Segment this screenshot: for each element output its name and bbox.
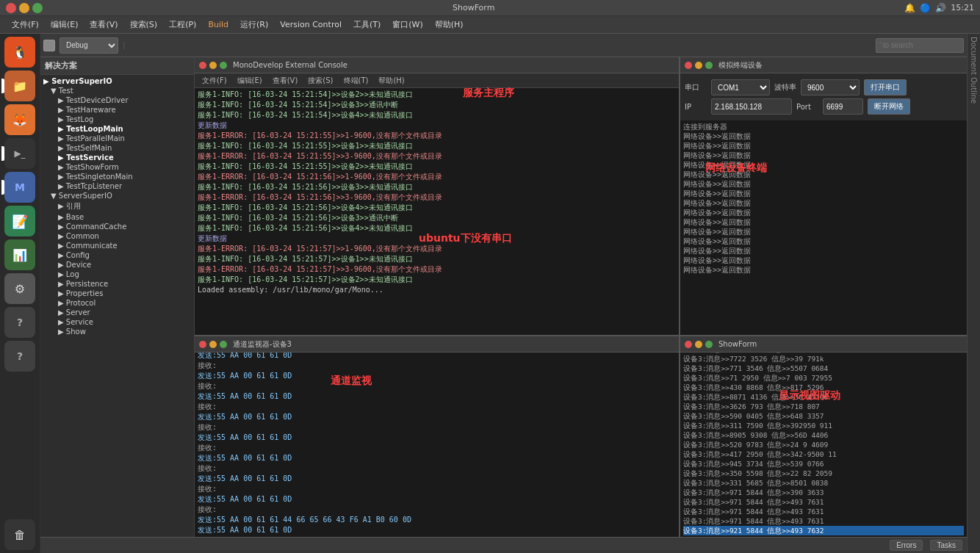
calc-icon[interactable]: 📊	[4, 239, 35, 270]
tree-item[interactable]: ▶ Common	[40, 231, 194, 241]
panel-min[interactable]	[209, 62, 217, 69]
tree-item[interactable]: ▶ TestService	[40, 153, 194, 162]
mono-menu-V[interactable]: 查看(V)	[268, 75, 303, 87]
sf-max[interactable]	[705, 341, 713, 348]
debug-dropdown[interactable]: Debug	[60, 37, 118, 54]
menu-item-W[interactable]: 窗口(W)	[386, 18, 428, 31]
tree-item[interactable]: ▶ TestLog	[40, 115, 194, 124]
max-btn[interactable]	[32, 3, 43, 13]
panel-close[interactable]	[199, 62, 206, 69]
tree-item[interactable]: ▶ TestShowForm	[40, 162, 194, 172]
vterm-max[interactable]	[705, 62, 713, 69]
baud-select[interactable]: 9600	[801, 79, 860, 95]
errors-btn[interactable]: Errors	[890, 540, 923, 551]
vterm-line: 网络设备>>返回数据	[683, 170, 964, 179]
terminal-icon[interactable]: ▶_	[4, 138, 35, 169]
tree-item[interactable]: ▶ Base	[40, 212, 194, 222]
menu-item-P[interactable]: 工程(P)	[163, 18, 202, 31]
mono-menu-S[interactable]: 搜索(S)	[303, 75, 337, 87]
tree-item[interactable]: ▶ 引用	[40, 200, 194, 212]
stop-btn[interactable]	[43, 40, 55, 51]
menu-item-T[interactable]: 工具(T)	[347, 18, 386, 31]
tree-item[interactable]: ▶ Device	[40, 260, 194, 270]
tree-item[interactable]: ▶ TestParallelMain	[40, 134, 194, 143]
tree-item[interactable]: ▼ Test	[40, 86, 194, 95]
window-controls[interactable]	[6, 3, 43, 13]
menu-item-F[interactable]: 文件(F)	[6, 18, 45, 31]
tree-item[interactable]: ▶ Communicate	[40, 241, 194, 250]
mono-menu-E[interactable]: 编辑(E)	[233, 75, 267, 87]
menu-item-S[interactable]: 搜索(S)	[124, 18, 164, 31]
help-icon[interactable]: ?	[4, 307, 35, 338]
top-menubar: 文件(F)编辑(E)查看(V)搜索(S)工程(P)Build运行(R)Versi…	[0, 16, 980, 34]
tree-item[interactable]: ▶ TestSelfMain	[40, 143, 194, 153]
min-btn[interactable]	[19, 3, 29, 13]
tree-item[interactable]: ▶ TestLoopMain	[40, 124, 194, 134]
ide-toolbar: Debug |	[40, 34, 967, 57]
menu-item-E[interactable]: 编辑(E)	[45, 18, 84, 31]
menu-item-V[interactable]: 查看(V)	[84, 18, 123, 31]
ch-close[interactable]	[199, 341, 206, 348]
firefox-icon[interactable]: 🦊	[4, 104, 35, 135]
sf-close[interactable]	[685, 341, 692, 348]
tasks-btn[interactable]: Tasks	[930, 540, 962, 551]
tree-item[interactable]: ▶ Log	[40, 270, 194, 279]
close-btn[interactable]	[6, 3, 16, 13]
tree-item[interactable]: ▶ Properties	[40, 289, 194, 298]
sf-min[interactable]	[695, 341, 702, 348]
showform-line: 设备3:消息>>771 3546 信息>>5507 0684	[683, 364, 964, 373]
menu-item-H[interactable]: 帮助(H)	[429, 18, 469, 31]
showform-line: 设备3:消息>>945 3734 信息>>539 0766	[683, 459, 964, 469]
mono-titlebar: MonoDevelop External Console	[195, 57, 679, 73]
tree-item[interactable]: ▼ ServerSuperIO	[40, 191, 194, 200]
tree-item[interactable]: ▶ Server	[40, 308, 194, 317]
menu-item-R[interactable]: 运行(R)	[234, 18, 274, 31]
tree-item[interactable]: ▶ Config	[40, 250, 194, 260]
trash-icon[interactable]: 🗑	[4, 519, 35, 550]
vterm-line: 网络设备>>返回数据	[683, 189, 964, 198]
tree-item[interactable]: ▶ TestDeviceDriver	[40, 95, 194, 105]
tree-item[interactable]: ▶ Protocol	[40, 298, 194, 308]
menu-item-Build[interactable]: Build	[202, 18, 234, 31]
tree-item[interactable]: ▶ ServerSuperIO	[40, 76, 194, 86]
showform-line: 设备3:消息>>590 0405 信息>>648 3357	[683, 411, 964, 421]
vterm-line: 网络设备>>返回数据	[683, 256, 964, 265]
mono-menu-H[interactable]: 帮助(H)	[374, 75, 408, 87]
vterm-line: 网络设备>>返回数据	[683, 246, 964, 256]
tree-item[interactable]: ▶ TestHareware	[40, 105, 194, 115]
files-icon[interactable]: 📁	[4, 71, 35, 101]
tree-item[interactable]: ▶ Persistence	[40, 279, 194, 289]
vterm-close[interactable]	[685, 62, 692, 69]
help2-icon[interactable]: ?	[4, 341, 35, 372]
disconnect-btn[interactable]: 断开网络	[868, 98, 910, 115]
mono-menu-T[interactable]: 终端(T)	[339, 75, 373, 87]
vterm-min[interactable]	[695, 62, 702, 69]
bottom-panels: 通道监视器-设备3 发送:55 AA 00 61 61 0D接收:发送:55 A…	[195, 336, 967, 537]
ip-input[interactable]	[711, 98, 792, 115]
tree-item[interactable]: ▶ CommandCache	[40, 222, 194, 231]
tree-item[interactable]: ▶ TestTcpListener	[40, 181, 194, 191]
ubuntu-icon[interactable]: 🐧	[4, 37, 35, 68]
solution-header: 解决方案	[40, 57, 194, 75]
open-port-btn[interactable]: 打开串口	[864, 79, 907, 95]
tree-item[interactable]: ▶ Service	[40, 317, 194, 327]
mono-menu-F[interactable]: 文件(F)	[198, 75, 231, 87]
showform-line: 设备3:消息>>8871 4136 信息>>30 43306	[683, 392, 964, 402]
port2-input[interactable]	[823, 98, 863, 115]
spreadsheet-icon[interactable]: 📝	[4, 206, 35, 236]
tree-item[interactable]: ▶ Show	[40, 327, 194, 336]
ch-max[interactable]	[220, 341, 227, 348]
panel-max[interactable]	[220, 62, 227, 69]
settings-icon[interactable]: ⚙	[4, 273, 35, 304]
console-line: 服务1-ERROR: [16-03-24 15:21:55]>>3-9600,没…	[198, 151, 676, 162]
channel-line: 接收:	[198, 402, 676, 412]
tree-item[interactable]: ▶ TestSingletonMain	[40, 172, 194, 181]
mono-menubar: 文件(F)编辑(E)查看(V)搜索(S)终端(T)帮助(H)	[195, 73, 679, 88]
menu-item-VersionControl[interactable]: Version Control	[274, 18, 347, 31]
ch-min[interactable]	[209, 341, 217, 348]
port-select[interactable]: COM1	[711, 79, 770, 95]
unity-launcher: 🐧 📁 🦊 ▶_ M 📝 📊 ⚙ ? ? 🗑	[0, 34, 40, 553]
search-input[interactable]	[876, 38, 964, 53]
showform-line: 设备3:消息>>520 9783 信息>>24 9 4609	[683, 440, 964, 449]
monodevelop-icon[interactable]: M	[4, 172, 35, 203]
